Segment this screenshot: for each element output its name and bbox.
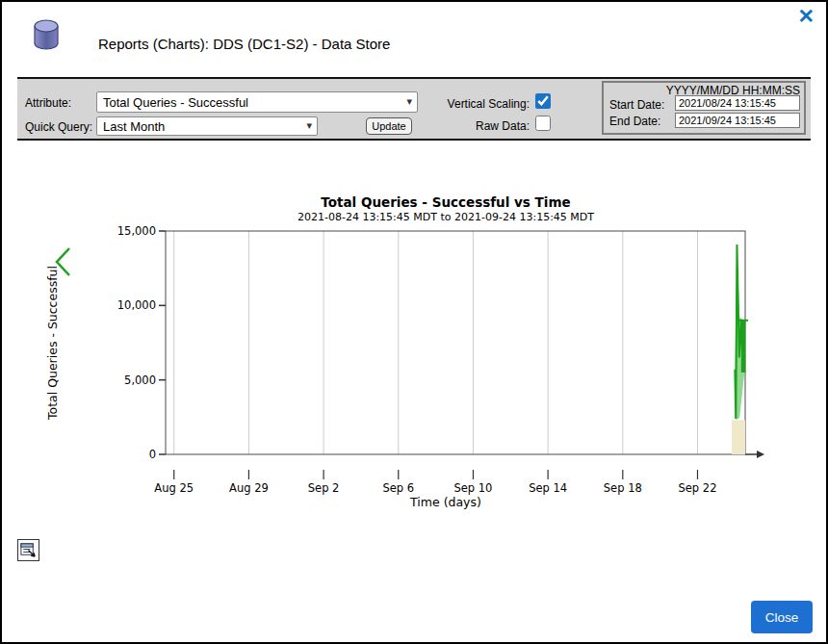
- reports-chart-dialog: Total Queries - Successful vs Time2021-0…: [0, 0, 828, 644]
- attribute-select-value: Total Queries - Successful: [103, 95, 248, 110]
- svg-text:Sep 2: Sep 2: [308, 481, 340, 495]
- vertical-scaling-checkbox[interactable]: [535, 93, 551, 109]
- svg-text:Time (days): Time (days): [409, 495, 481, 509]
- chevron-down-icon: ▾: [306, 119, 312, 132]
- svg-text:Sep 10: Sep 10: [453, 481, 492, 495]
- quick-query-select-value: Last Month: [103, 119, 165, 134]
- raw-data-label: Raw Data:: [372, 119, 530, 133]
- svg-text:Total Queries - Successful: Total Queries - Successful: [45, 266, 60, 421]
- start-date-input[interactable]: [675, 95, 800, 111]
- quick-query-label: Quick Query:: [25, 120, 92, 134]
- svg-text:Sep 14: Sep 14: [529, 481, 567, 495]
- quick-query-select[interactable]: Last Month ▾: [96, 116, 318, 136]
- svg-text:Aug 29: Aug 29: [229, 481, 269, 495]
- close-button[interactable]: Close: [751, 601, 813, 633]
- dialog-title: Reports (Charts): DDS (DC1-S2) - Data St…: [98, 36, 390, 52]
- svg-text:0: 0: [149, 448, 156, 461]
- chart-controls-toolbar: Attribute: Total Queries - Successful ▾ …: [17, 77, 811, 141]
- attribute-label: Attribute:: [25, 96, 71, 110]
- svg-text:Aug 25: Aug 25: [154, 481, 194, 495]
- vertical-scaling-label: Vertical Scaling:: [372, 97, 530, 111]
- svg-text:Sep 18: Sep 18: [604, 481, 642, 495]
- database-icon: [25, 17, 67, 58]
- export-report-button[interactable]: [17, 539, 39, 561]
- svg-text:10,000: 10,000: [117, 298, 156, 312]
- svg-text:15,000: 15,000: [117, 224, 156, 238]
- attribute-select[interactable]: Total Queries - Successful ▾: [96, 91, 418, 113]
- end-date-label: End Date:: [609, 115, 660, 128]
- close-x-icon[interactable]: ✕: [797, 6, 815, 26]
- svg-text:2021-08-24 13:15:45 MDT to 202: 2021-08-24 13:15:45 MDT to 2021-09-24 13…: [298, 211, 594, 223]
- svg-text:5,000: 5,000: [124, 374, 156, 387]
- start-date-label: Start Date:: [609, 98, 664, 112]
- svg-text:Total Queries - Successful vs: Total Queries - Successful vs Time: [321, 194, 570, 210]
- svg-text:Sep 6: Sep 6: [382, 481, 414, 495]
- date-range-panel: YYYY/MM/DD HH:MM:SS Start Date: End Date…: [602, 81, 806, 135]
- svg-text:Sep 22: Sep 22: [678, 481, 716, 495]
- export-report-icon: [19, 541, 38, 559]
- raw-data-checkbox[interactable]: [535, 116, 551, 131]
- end-date-input[interactable]: [675, 113, 800, 128]
